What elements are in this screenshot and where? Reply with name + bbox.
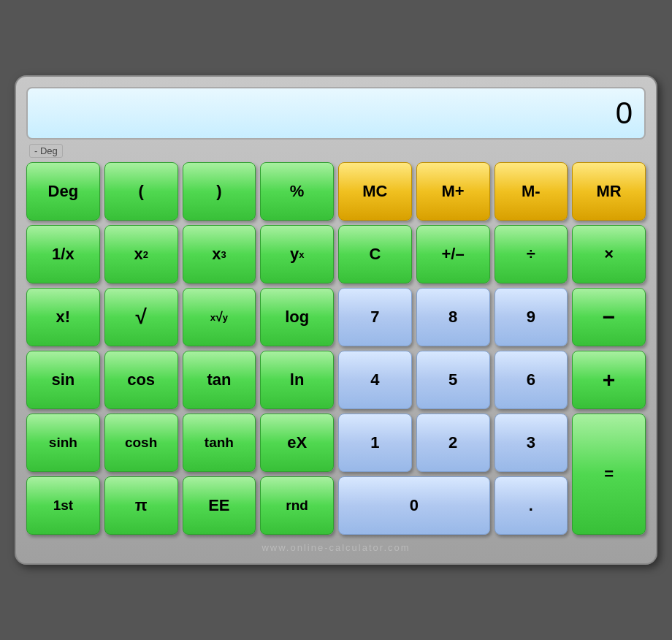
mminus-button[interactable]: M- <box>495 162 568 221</box>
inv-button[interactable]: 1/x <box>26 225 100 283</box>
ln-button[interactable]: ln <box>260 351 334 409</box>
cos-button[interactable]: cos <box>104 351 178 409</box>
n6-button[interactable]: 6 <box>495 351 568 409</box>
n8-button[interactable]: 8 <box>416 288 490 346</box>
log-button[interactable]: log <box>260 288 334 346</box>
plusminus-button[interactable]: +/– <box>416 225 490 283</box>
plus-button[interactable]: + <box>572 351 646 409</box>
rparen-button[interactable]: ) <box>183 162 256 221</box>
sin-button[interactable]: sin <box>26 351 100 409</box>
c-button[interactable]: C <box>338 225 412 283</box>
tan-button[interactable]: tan <box>183 351 256 409</box>
x2-button[interactable]: x2 <box>104 225 178 283</box>
buttons-grid: Deg ( ) % MC M+ M- MR 1/x x2 x3 yx C +/–… <box>26 162 646 535</box>
n3-button[interactable]: 3 <box>495 414 568 472</box>
equals-button[interactable]: = <box>572 414 646 535</box>
sqrt-button[interactable]: √ <box>104 288 178 346</box>
percent-button[interactable]: % <box>260 162 334 221</box>
n9-button[interactable]: 9 <box>495 288 568 346</box>
mplus-button[interactable]: M+ <box>416 162 490 221</box>
yx-button[interactable]: yx <box>260 225 334 283</box>
ex-button[interactable]: eX <box>260 414 334 472</box>
mul-button[interactable]: × <box>572 225 646 283</box>
tanh-button[interactable]: tanh <box>183 414 256 472</box>
n4-button[interactable]: 4 <box>338 351 412 409</box>
xrooty-button[interactable]: x√y <box>183 288 256 346</box>
footer: www.online-calculator.com <box>26 542 646 553</box>
n0-button[interactable]: 0 <box>338 476 490 535</box>
n2-button[interactable]: 2 <box>416 414 490 472</box>
rnd-button[interactable]: rnd <box>260 476 334 535</box>
div-button[interactable]: ÷ <box>495 225 568 283</box>
display: 0 <box>26 87 646 140</box>
sinh-button[interactable]: sinh <box>26 414 100 472</box>
mr-button[interactable]: MR <box>572 162 646 221</box>
dot-button[interactable]: . <box>495 476 568 535</box>
ee-button[interactable]: EE <box>183 476 256 535</box>
display-value: 0 <box>616 96 633 131</box>
pi-button[interactable]: π <box>104 476 178 535</box>
deg-label: - Deg <box>26 145 646 156</box>
1st-button[interactable]: 1st <box>26 476 100 535</box>
minus-button[interactable]: − <box>572 288 646 346</box>
n5-button[interactable]: 5 <box>416 351 490 409</box>
factorial-button[interactable]: x! <box>26 288 100 346</box>
n1-button[interactable]: 1 <box>338 414 412 472</box>
deg-button[interactable]: Deg <box>26 162 100 221</box>
mc-button[interactable]: MC <box>338 162 412 221</box>
n7-button[interactable]: 7 <box>338 288 412 346</box>
cosh-button[interactable]: cosh <box>104 414 178 472</box>
calculator: 0 - Deg Deg ( ) % MC M+ M- MR 1/x x2 x3 … <box>15 75 657 565</box>
lparen-button[interactable]: ( <box>104 162 178 221</box>
x3-button[interactable]: x3 <box>183 225 256 283</box>
